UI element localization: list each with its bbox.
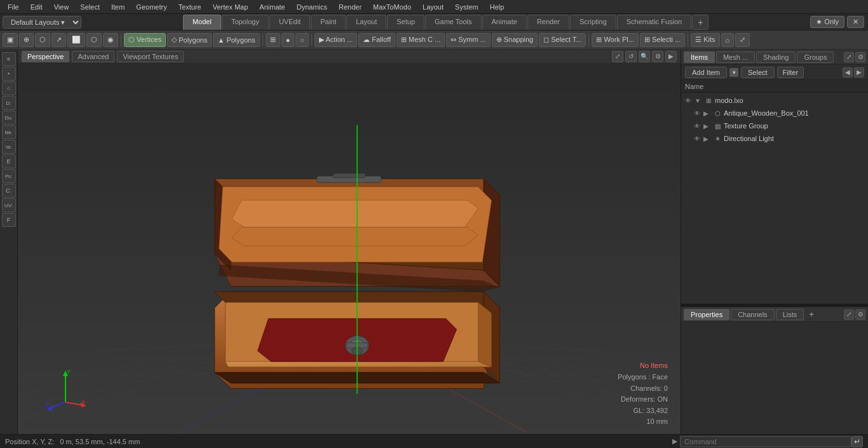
expand-root[interactable]: ▼ <box>695 97 702 104</box>
tree-item-light[interactable]: 👁 ▶ ☀ Directional Light <box>690 132 868 145</box>
tree-item-texgrp[interactable]: 👁 ▶ ▤ Texture Group <box>690 119 868 132</box>
items-expand2-btn[interactable]: ▶ <box>854 67 864 78</box>
vp-settings-btn[interactable]: ⚙ <box>652 51 663 62</box>
command-input[interactable] <box>680 436 851 447</box>
left-tool-1[interactable]: • <box>2 67 16 81</box>
filter-btn[interactable]: Filter <box>777 67 804 78</box>
left-tool-6[interactable]: Ve: <box>2 140 16 154</box>
boundary-btn[interactable]: ◇ Polygons <box>167 33 212 47</box>
expand-mesh[interactable]: ▶ <box>703 110 711 117</box>
menu-edit[interactable]: Edit <box>25 2 48 12</box>
vp-reset-btn[interactable]: ↺ <box>625 51 637 62</box>
layout-tab-scripting[interactable]: Scripting <box>570 15 616 30</box>
menu-dynamics[interactable]: Dynamics <box>292 2 332 12</box>
left-tool-11[interactable]: F <box>2 213 16 227</box>
layout-tab-paint[interactable]: Paint <box>311 15 346 30</box>
items-settings-btn[interactable]: ⚙ <box>855 52 865 62</box>
left-tool-2[interactable]: ○ <box>2 81 16 95</box>
select-t-btn[interactable]: ◻ Select T... <box>539 33 586 47</box>
left-tool-4[interactable]: Du: <box>2 111 16 125</box>
menu-view[interactable]: View <box>49 2 74 12</box>
left-tool-7[interactable]: E <box>2 154 16 168</box>
vp-tab-advanced[interactable]: Advanced <box>72 51 114 62</box>
toolbar-arrow[interactable]: ↗ <box>51 33 66 47</box>
eye-icon-light[interactable]: 👁 <box>693 134 702 143</box>
vp-zoom-btn[interactable]: 🔍 <box>639 51 650 62</box>
left-tool-5[interactable]: Me: <box>2 125 16 139</box>
eye-icon-texgrp[interactable]: 👁 <box>693 121 702 130</box>
vp-more-btn[interactable]: ▶ <box>665 51 677 62</box>
kits-btn[interactable]: ☰ Kits <box>691 33 719 47</box>
left-tool-8[interactable]: Po: <box>2 169 16 183</box>
vp-maximize-btn[interactable]: ⤢ <box>612 51 623 62</box>
menu-system[interactable]: System <box>450 2 484 12</box>
layout-tab-plus[interactable]: + <box>692 15 709 30</box>
add-item-btn[interactable]: Add Item <box>685 67 727 78</box>
props-tab-properties[interactable]: Properties <box>684 309 729 320</box>
view-expand-btn[interactable]: ⤢ <box>735 33 750 47</box>
layout-tab-layout[interactable]: Layout <box>346 15 386 30</box>
falloff-btn[interactable]: ☁ Falloff <box>358 33 395 47</box>
tab-groups[interactable]: Groups <box>797 51 834 63</box>
layout-tab-schematic[interactable]: Schematic Fusion <box>617 15 691 30</box>
toolbar-hex[interactable]: ⬡ <box>86 33 102 47</box>
tab-mesh[interactable]: Mesh ... <box>716 51 755 63</box>
items-collapse-btn[interactable]: ◀ <box>843 67 853 78</box>
toolbar-square2[interactable]: ⬜ <box>67 33 85 47</box>
symm-btn[interactable]: ⇔ Symm ... <box>446 33 490 47</box>
mesh-mode-btn[interactable]: ⊞ <box>266 33 280 47</box>
action-btn[interactable]: ▶ Action ... <box>315 33 357 47</box>
vp-tab-perspective[interactable]: Perspective <box>22 51 69 62</box>
ring-btn[interactable]: ○ <box>295 33 309 47</box>
left-tool-9[interactable]: C: <box>2 184 16 198</box>
vertices-btn[interactable]: ⬡ Vertices <box>124 33 166 47</box>
left-tool-10[interactable]: UV: <box>2 198 16 212</box>
star-only-btn[interactable]: ★ Only <box>810 16 844 28</box>
toolbar-square[interactable]: ▣ <box>3 33 18 47</box>
layout-dropdown[interactable]: Default Layouts ▾ <box>3 16 81 29</box>
menu-help[interactable]: Help <box>485 2 510 12</box>
expand-light[interactable]: ▶ <box>703 135 711 142</box>
menu-geometry[interactable]: Geometry <box>131 2 172 12</box>
menu-file[interactable]: File <box>3 2 24 12</box>
tree-item-mesh[interactable]: 👁 ▶ ⬡ Antique_Wooden_Box_001 <box>690 107 868 119</box>
menu-animate[interactable]: Animate <box>254 2 290 12</box>
menu-layout[interactable]: Layout <box>417 2 449 12</box>
mesh-c-btn[interactable]: ⊞ Mesh C ... <box>397 33 445 47</box>
layout-close-btn[interactable]: ✕ <box>847 16 864 28</box>
props-plus-btn[interactable]: + <box>805 308 818 320</box>
props-expand-btn[interactable]: ⤢ <box>844 309 854 320</box>
toolbar-origin[interactable]: ⊕ <box>19 33 34 47</box>
menu-texture[interactable]: Texture <box>173 2 207 12</box>
props-tab-lists[interactable]: Lists <box>776 309 804 320</box>
left-tool-0[interactable]: ≡ <box>2 52 16 66</box>
layout-tab-setup[interactable]: Setup <box>387 15 424 30</box>
layout-tab-render[interactable]: Render <box>527 15 569 30</box>
select-btn[interactable]: Select <box>741 67 775 78</box>
snapping-btn[interactable]: ⊕ Snapping <box>492 33 538 47</box>
layout-tab-model[interactable]: Model <box>183 15 221 30</box>
expand-texgrp[interactable]: ▶ <box>703 123 711 130</box>
menu-select[interactable]: Select <box>75 2 105 12</box>
menu-maxtomodo[interactable]: MaxToModo <box>368 2 416 12</box>
work-pl-btn[interactable]: ⊞ Work Pl... <box>592 33 639 47</box>
eye-icon-root[interactable]: 👁 <box>684 96 693 105</box>
vp-tab-textures[interactable]: Viewport Textures <box>117 51 184 62</box>
polygons-btn[interactable]: ▲ Polygons <box>213 33 259 47</box>
props-tab-channels[interactable]: Channels <box>731 309 774 320</box>
layout-tab-uvedit[interactable]: UVEdit <box>269 15 310 30</box>
viewport-canvas[interactable]: Y X Z No Items Polygons : Face Channels:… <box>18 64 681 434</box>
dot-btn[interactable]: ● <box>281 33 295 47</box>
layout-tab-animate[interactable]: Animate <box>482 15 527 30</box>
selecti-btn[interactable]: ⊞ Selecti ... <box>640 33 685 47</box>
layout-tab-gametools[interactable]: Game Tools <box>425 15 482 30</box>
menu-render[interactable]: Render <box>334 2 367 12</box>
layout-tab-topology[interactable]: Topology <box>222 15 269 30</box>
view-home-btn[interactable]: ⌂ <box>721 33 735 47</box>
viewport[interactable]: Perspective Advanced Viewport Textures ⤢… <box>18 50 681 434</box>
tab-items[interactable]: Items <box>684 51 715 63</box>
tree-item-root[interactable]: 👁 ▼ ⊞ modo.lxo <box>681 94 868 107</box>
toolbar-diamond[interactable]: ⬡ <box>35 33 50 47</box>
add-item-arrow[interactable]: ▾ <box>729 68 738 77</box>
menu-item[interactable]: Item <box>106 2 130 12</box>
